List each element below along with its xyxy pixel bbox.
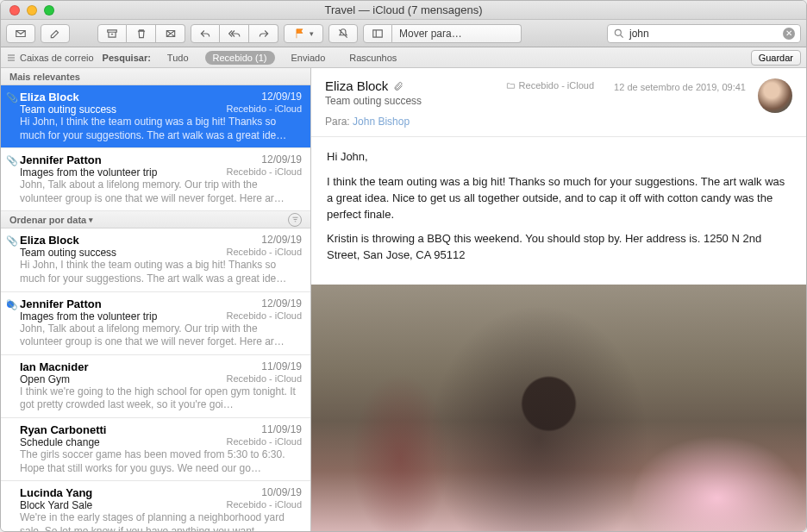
bell-slash-icon <box>337 28 349 40</box>
message-row[interactable]: 📎Eliza Block12/09/19Team outing successR… <box>1 85 310 148</box>
minimize-window-button[interactable] <box>27 5 37 16</box>
reader-header: Eliza Block Team outing success Recebido… <box>311 68 806 137</box>
scope-sent[interactable]: Enviado <box>284 51 334 65</box>
search-scope-label: Pesquisar: <box>103 53 151 63</box>
message-folder: Recebido - iCloud <box>227 499 302 511</box>
message-folder: Recebido - iCloud <box>227 166 302 178</box>
reply-all-button[interactable] <box>220 24 249 43</box>
message-sender: Eliza Block <box>20 234 79 247</box>
toolbar: ▾ Mover para… john ✕ <box>1 20 806 47</box>
trash-icon <box>135 28 147 40</box>
message-date: 11/09/19 <box>261 423 302 436</box>
reader-recipient[interactable]: John Bishop <box>353 116 410 128</box>
window-title: Travel — iCloud (7 mensagens) <box>324 3 482 16</box>
section-relevant-header: Mais relevantes <box>1 68 310 85</box>
reader-folder[interactable]: Recebido - iCloud <box>506 80 594 91</box>
forward-icon <box>258 28 270 40</box>
reader-timestamp: 12 de setembro de 2019, 09:41 <box>614 82 746 92</box>
sort-button[interactable]: Ordenar por data ▾ <box>9 215 93 225</box>
paperclip-icon: 📎 <box>6 299 18 310</box>
flag-button[interactable]: ▾ <box>284 24 323 43</box>
paperclip-icon <box>393 81 404 91</box>
chevron-down-icon: ▾ <box>89 216 93 224</box>
reader-subject: Team outing success <box>325 95 792 107</box>
message-preview: We're in the early stages of planning a … <box>20 511 302 532</box>
message-subject: Block Yard Sale <box>20 499 92 511</box>
message-row[interactable]: Ian Macnider11/09/19Open GymRecebido - i… <box>1 355 310 418</box>
message-sender: Lucinda Yang <box>20 486 92 499</box>
body-paragraph: Hi John, <box>327 149 791 166</box>
titlebar: Travel — iCloud (7 mensagens) <box>1 1 806 20</box>
search-field[interactable]: john ✕ <box>607 24 801 43</box>
message-sender: Jennifer Patton <box>20 297 102 310</box>
filter-icon <box>291 216 299 223</box>
reader-meta: Recebido - iCloud 12 de setembro de 2019… <box>506 80 746 92</box>
message-row[interactable]: Ryan Carbonetti11/09/19Schedule changeRe… <box>1 418 310 481</box>
message-date: 10/09/19 <box>261 486 302 499</box>
move-to-label: Mover para… <box>399 28 462 40</box>
mailboxes-button[interactable]: Caixas de correio <box>6 53 94 63</box>
junk-button[interactable] <box>156 24 185 43</box>
message-list: Mais relevantes 📎Eliza Block12/09/19Team… <box>1 68 311 532</box>
message-sender: Ryan Carbonetti <box>20 423 106 436</box>
scope-drafts[interactable]: Rascunhos <box>341 51 404 65</box>
sender-avatar[interactable] <box>758 78 792 113</box>
svg-point-0 <box>615 29 621 35</box>
forward-button[interactable] <box>249 24 278 43</box>
compose-button[interactable] <box>41 24 70 43</box>
message-subject: Team outing success <box>20 247 116 259</box>
paperclip-icon: 📎 <box>6 235 18 247</box>
message-folder: Recebido - iCloud <box>227 436 302 448</box>
sidebar-toggle-button[interactable] <box>363 24 392 43</box>
message-preview: The girls soccer game has been moved fro… <box>20 448 302 475</box>
list-icon <box>6 53 16 63</box>
compose-icon <box>49 28 61 40</box>
message-subject: Open Gym <box>20 373 70 385</box>
mute-button[interactable] <box>328 24 358 43</box>
mailboxes-label: Caixas de correio <box>20 53 94 63</box>
message-date: 12/09/19 <box>261 234 302 247</box>
filter-button[interactable] <box>288 213 302 227</box>
envelope-icon <box>15 28 27 40</box>
archive-button[interactable] <box>97 24 127 43</box>
message-row[interactable]: Lucinda Yang10/09/19Block Yard SaleReceb… <box>1 481 310 532</box>
close-window-button[interactable] <box>9 5 20 16</box>
message-date: 11/09/19 <box>261 360 302 373</box>
zoom-window-button[interactable] <box>44 5 54 16</box>
message-date: 12/09/19 <box>261 153 302 166</box>
message-date: 12/09/19 <box>261 297 302 310</box>
paperclip-icon: 📎 <box>6 155 18 166</box>
message-sender: Ian Macnider <box>20 360 88 373</box>
message-sender: Eliza Block <box>20 91 79 103</box>
attachment-image[interactable] <box>311 285 806 532</box>
scope-all[interactable]: Tudo <box>160 51 197 65</box>
clear-search-button[interactable]: ✕ <box>783 28 795 40</box>
message-subject: Images from the volunteer trip <box>20 166 157 178</box>
message-reader: Eliza Block Team outing success Recebido… <box>311 68 806 532</box>
archive-icon <box>106 28 118 40</box>
reply-button[interactable] <box>191 24 220 43</box>
message-row[interactable]: 📎Jennifer Patton12/09/19Images from the … <box>1 148 310 211</box>
message-folder: Recebido - iCloud <box>227 103 302 116</box>
reply-icon <box>199 28 211 40</box>
reply-all-icon <box>228 28 241 40</box>
folder-icon <box>506 81 516 91</box>
message-date: 12/09/19 <box>261 91 302 103</box>
message-preview: Hi John, I think the team outing was a b… <box>20 116 302 142</box>
reader-body: Hi John, I think the team outing was a b… <box>311 137 806 285</box>
window-controls <box>1 5 54 16</box>
delete-button[interactable] <box>127 24 156 43</box>
message-preview: Hi John, I think the team outing was a b… <box>20 259 302 285</box>
message-preview: I think we're going to the high school f… <box>20 385 302 412</box>
message-row[interactable]: 📎Eliza Block12/09/19Team outing successR… <box>1 228 310 291</box>
message-subject: Images from the volunteer trip <box>20 310 157 322</box>
get-mail-button[interactable] <box>6 24 35 43</box>
sidebar-icon <box>372 28 384 40</box>
chevron-down-icon: ▾ <box>310 29 314 38</box>
search-icon <box>613 28 625 40</box>
save-search-button[interactable]: Guardar <box>751 50 801 66</box>
message-row[interactable]: 📎Jennifer Patton12/09/19Images from the … <box>1 292 310 355</box>
scope-inbox[interactable]: Recebido (1) <box>205 51 275 65</box>
move-to-dropdown[interactable]: Mover para… <box>392 24 522 43</box>
message-subject: Team outing success <box>20 103 116 116</box>
